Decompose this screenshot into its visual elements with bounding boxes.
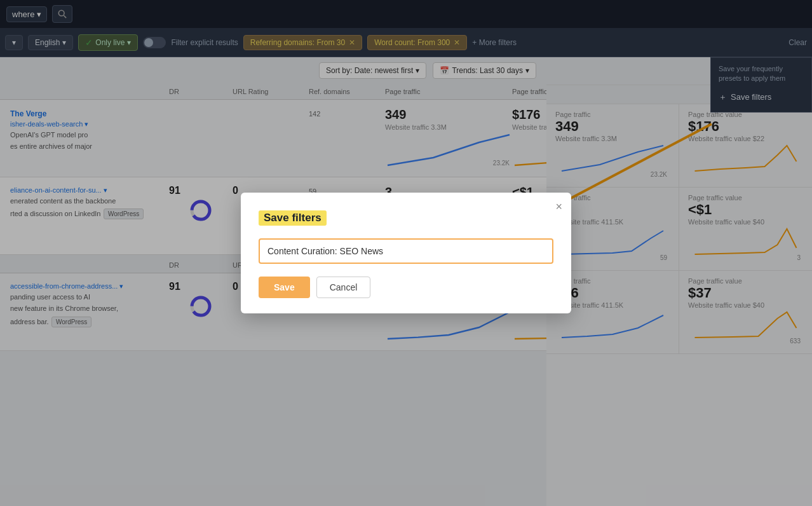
- filter-name-input[interactable]: [259, 238, 553, 264]
- modal-cancel-button[interactable]: Cancel: [316, 277, 371, 298]
- modal-overlay: × Save filters Save Cancel: [0, 0, 812, 506]
- modal-actions: Save Cancel: [259, 277, 553, 298]
- save-filters-modal: × Save filters Save Cancel: [241, 193, 571, 313]
- modal-close-button[interactable]: ×: [555, 200, 562, 214]
- modal-title: Save filters: [259, 210, 327, 226]
- modal-save-button[interactable]: Save: [259, 277, 310, 298]
